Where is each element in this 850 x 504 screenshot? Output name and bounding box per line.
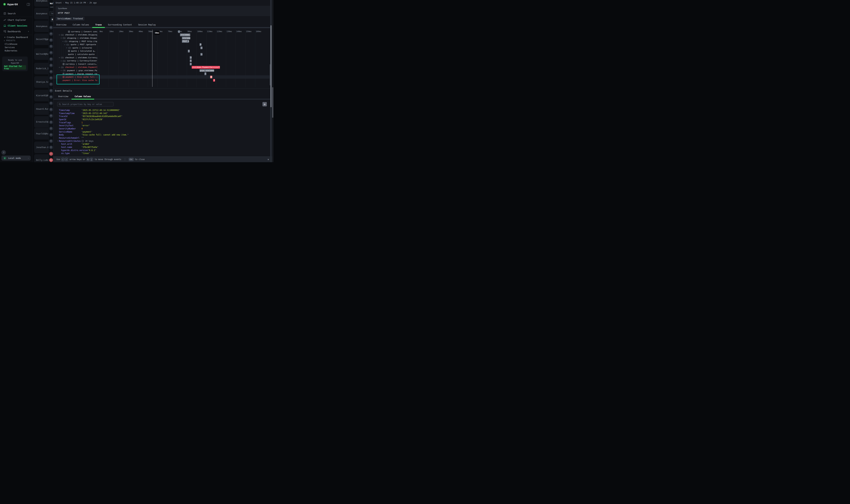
location-event-row[interactable] (49, 43, 53, 50)
trace-span-row[interactable]: ∨(1)checkout | oteldemo.ShippingSe…oteld… (53, 33, 270, 37)
location-event-row[interactable] (49, 132, 53, 138)
span-name-card[interactable]: SpanName HTTP POST (56, 6, 271, 16)
trace-span-row[interactable]: ∨(2)quote | {closure}{closure} (53, 46, 270, 50)
tab-trace[interactable]: Trace (95, 23, 102, 26)
page-scrollbar[interactable] (272, 0, 273, 162)
span-duration-bar[interactable]: Visa cache full (210, 76, 212, 78)
sidebar-item-dashboards[interactable]: Dashboards∧ (0, 29, 33, 34)
span-duration-bar[interactable]: Error: Visa cache full (213, 79, 215, 82)
span-duration-bar[interactable]: grpc.oteldemo. (199, 69, 214, 72)
property-key[interactable]: ResourceAttributes (59, 140, 82, 142)
chevron-down-icon[interactable]: ∨ (62, 40, 64, 42)
span-duration-bar[interactable]: Charge request received. (204, 72, 206, 75)
create-dashboard-button[interactable]: + Create Dashboard (4, 36, 28, 38)
property-key[interactable]: TraceFlags (59, 121, 82, 124)
trace-span-row[interactable]: ∨(3)payment | grpc.oteldemo.Paymen…grpc.… (53, 69, 270, 72)
property-row[interactable]: ServiceName"payment" (59, 130, 268, 133)
sidebar-item-client-sessions[interactable]: Client Sessions (0, 23, 33, 28)
trace-span-tree-cell[interactable]: ∨(1)shipping | oteldemo.Shipping… (53, 36, 97, 40)
trace-span-row[interactable]: ∨(1)shipping | oteldemo.Shipping…oteldem… (53, 36, 270, 40)
property-row[interactable]: ResourceSchemaUrl"" (59, 137, 268, 140)
presets-group[interactable]: ∨ PRESETS (4, 40, 16, 41)
location-event-row[interactable] (49, 119, 53, 125)
trace-span-tree-cell[interactable]: ∨(2)quote | {closure} (53, 46, 97, 50)
span-duration-bar[interactable]: POST /getquote (199, 43, 201, 46)
trace-span-row[interactable]: quote | Calculated q…Calculated quote (53, 50, 270, 53)
chevron-down-icon[interactable]: ∨ (59, 57, 60, 58)
location-event-row[interactable] (49, 81, 53, 88)
trace-span-row[interactable]: ∨(1)checkout | oteldemo.PaymentServi…ote… (53, 66, 270, 69)
property-key[interactable]: Body (59, 133, 82, 136)
console-event-row[interactable] (49, 157, 53, 162)
property-row[interactable]: SeverityNumber0 (59, 127, 268, 130)
get-started-button[interactable]: Get Started for Free (4, 65, 26, 70)
span-duration-bar[interactable]: oteldemo.Shipping (182, 37, 190, 40)
service-name-chip[interactable]: ServiceName: frontend (56, 17, 85, 21)
modal-scrollbar-thumb[interactable] (271, 25, 272, 107)
property-row[interactable]: Body"Visa cache full: cannot add new ite… (59, 133, 268, 137)
session-filter-button[interactable]: H (51, 17, 53, 22)
property-key[interactable]: host.name (61, 146, 82, 148)
trace-span-row[interactable]: ∨(1)checkout | oteldemo.CurrencySe…oteld… (53, 56, 270, 59)
tab-column-values[interactable]: Column Values (73, 23, 89, 26)
span-duration-bar[interactable]: oteldemo.CurrencyService (190, 56, 192, 59)
sidebar-item-search[interactable]: Search (0, 11, 33, 16)
property-key[interactable]: SeverityText (59, 124, 82, 127)
trace-span-tree-cell[interactable]: quote | calculate-quote (53, 53, 97, 56)
trace-span-tree-cell[interactable]: ∨(1)checkout | oteldemo.ShippingSe… (53, 33, 97, 37)
trace-span-tree-cell[interactable]: ∨(1)quote | POST /getquote (53, 43, 97, 46)
trace-span-row[interactable]: quote | calculate-quotecalculate-quote (53, 53, 270, 56)
property-row[interactable]: SpanId"021fcfc15c1e9528" (59, 118, 268, 121)
sidebar-preset-kubernetes[interactable]: Kubernetes (5, 50, 17, 52)
chevron-down-icon[interactable]: ∨ (66, 47, 67, 49)
location-event-row[interactable] (49, 37, 53, 43)
trace-span-row[interactable]: ∨(1)quote | POST /getquotePOST /getquote (53, 43, 270, 46)
sidebar-item-chart-explorer[interactable]: Chart Explorer (0, 18, 33, 22)
trace-span-tree-cell[interactable]: ∨(1)checkout | oteldemo.CurrencySe… (53, 56, 97, 59)
trace-span-row[interactable]: ∨(1)currency | Currency/ConvertCurrency/… (53, 59, 270, 62)
trace-span-tree-cell[interactable]: ∨(3)payment | grpc.oteldemo.Paymen… (53, 69, 97, 72)
location-event-row[interactable] (49, 113, 53, 119)
trace-span-tree-cell[interactable]: ∨(1)currency | Currency/Convert (53, 59, 97, 62)
chevron-down-icon[interactable]: ∨ (61, 70, 61, 71)
location-event-row[interactable] (49, 24, 53, 31)
property-key[interactable]: SeverityNumber (59, 127, 82, 130)
session-search-input[interactable]: Sea (50, 11, 53, 16)
location-event-row[interactable] (49, 75, 53, 81)
location-event-row[interactable] (49, 62, 53, 69)
location-event-row[interactable] (49, 69, 53, 75)
property-key[interactable]: TimestampTime (59, 112, 82, 114)
hyperdx-logo[interactable]: HyperDX (3, 3, 18, 6)
trace-span-tree-cell[interactable]: currency | Convert convers… (53, 62, 97, 66)
gear-icon[interactable]: ⚙ (263, 102, 267, 106)
modal-scrollbar[interactable] (270, 0, 272, 162)
tab-surrounding-context[interactable]: Surrounding Context (108, 23, 132, 26)
property-row[interactable]: TraceId"957362828baa84dc02d95a4e6e99ca4f… (59, 115, 268, 118)
property-key[interactable]: ServiceName (59, 131, 82, 133)
property-row[interactable]: Timestamp"2025-05-15T12:40:14.511000000Z… (59, 109, 268, 112)
navigation-event-row[interactable]: ⇄ (49, 151, 53, 157)
property-key[interactable]: host.arch (61, 143, 82, 145)
location-event-row[interactable] (49, 31, 53, 37)
property-key[interactable]: hyperdx.distro.version (61, 149, 88, 151)
span-duration-bar[interactable]: Calculated quote (188, 50, 190, 53)
sidebar-collapse-icon[interactable] (27, 3, 30, 6)
chevron-down-icon[interactable]: ∨ (61, 60, 61, 62)
trace-span-tree-cell[interactable]: currency | Convert convers… (53, 30, 97, 33)
close-icon[interactable]: ✕ (268, 158, 269, 161)
event-details-tab-overview[interactable]: Overview (58, 95, 68, 98)
trace-span-tree-cell[interactable]: ∨(1)checkout | oteldemo.PaymentServi… (53, 66, 97, 69)
location-event-row[interactable] (49, 100, 53, 106)
span-duration-bar[interactable]: calculate-quote (200, 53, 202, 56)
property-row[interactable]: TraceFlags1 (59, 121, 268, 124)
property-key[interactable]: SpanId (59, 118, 82, 121)
tab-session-replay[interactable]: Session Replay (138, 23, 156, 26)
sidebar-preset-services[interactable]: Services (5, 46, 15, 49)
span-duration-bar[interactable]: {closure} (200, 47, 202, 49)
trace-span-tree-cell[interactable]: quote | Calculated q… (53, 50, 97, 53)
property-row[interactable]: host.name"3fbc80775a5e" (61, 146, 268, 149)
chevron-down-icon[interactable]: ∨ (61, 37, 61, 39)
trace-span-row[interactable]: currency | Convert convers…Convert conve… (53, 62, 270, 66)
property-row[interactable]: TimestampTime"2025-05-15T12:40:14Z" (59, 112, 268, 115)
sidebar-preset-clickhouse[interactable]: Clickhouse (5, 43, 17, 46)
